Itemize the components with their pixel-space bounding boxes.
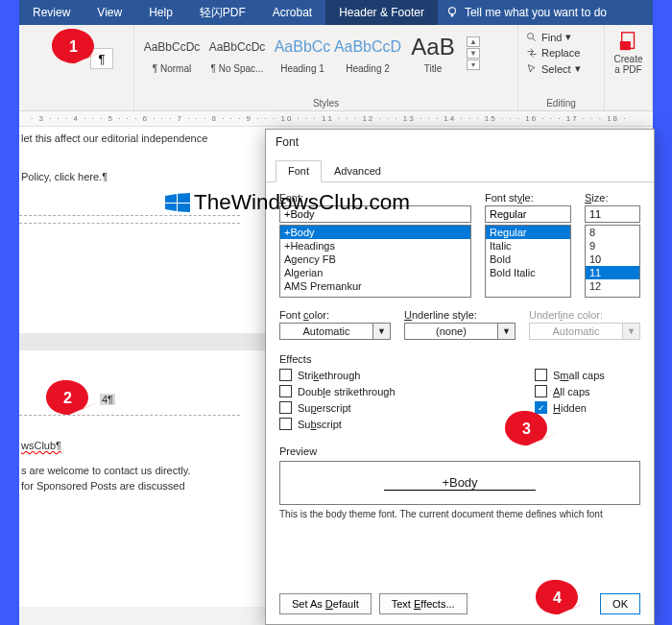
tab-advanced[interactable]: Advanced [322, 160, 394, 181]
svg-rect-1 [451, 14, 454, 17]
styles-gallery-toggle[interactable]: ▲▼▾ [467, 36, 480, 74]
list-item[interactable]: Bold [486, 252, 570, 266]
list-item[interactable]: AMS Premankur [280, 279, 470, 293]
list-item[interactable]: +Body [280, 226, 470, 239]
replace-button[interactable]: Replace [524, 45, 598, 60]
style-normal[interactable]: AaBbCcDc¶ Normal [140, 31, 204, 74]
underlinecolor-label: Underline color: [529, 309, 640, 321]
style-heading1[interactable]: AaBbCcHeading 1 [271, 31, 334, 74]
fontstyle-label: Font style: [485, 192, 571, 204]
fontcolor-dropdown[interactable]: Automatic▼ [279, 323, 391, 340]
dialog-tabs: Font Advanced [266, 160, 654, 182]
callout-1: 1 [52, 29, 119, 71]
doc-line: let this affect our editorial independen… [21, 132, 207, 144]
callout-3: 3 [505, 411, 572, 453]
search-icon [526, 32, 538, 43]
tab-help[interactable]: Help [135, 0, 186, 25]
font-listbox[interactable]: +Body +Headings Agency FB Algerian AMS P… [279, 225, 471, 298]
list-item[interactable]: 10 [586, 252, 639, 266]
tell-me-label: Tell me what you want to do [465, 6, 607, 19]
underlinestyle-label: Underline style: [404, 309, 516, 321]
style-title[interactable]: AaBTitle [401, 31, 465, 74]
tab-view[interactable]: View [84, 0, 135, 25]
style-nospacing[interactable]: AaBbCcDc¶ No Spac... [205, 31, 269, 74]
style-heading2[interactable]: AaBbCcDHeading 2 [336, 31, 399, 74]
size-input[interactable] [585, 205, 640, 223]
fontcolor-label: Font color: [279, 309, 391, 321]
superscript-checkbox[interactable]: Superscript [279, 399, 535, 416]
doc-line: for Sponsored Posts are discussed [21, 480, 185, 492]
adobe-group: Create a PDF [605, 25, 653, 110]
dialog-title: Font [266, 130, 654, 155]
list-item[interactable]: +Headings [280, 239, 470, 252]
svg-text:4: 4 [553, 589, 562, 606]
tell-me[interactable]: Tell me what you want to do [438, 6, 614, 19]
list-item[interactable]: Algerian [280, 266, 470, 279]
list-item[interactable]: 9 [586, 239, 639, 252]
svg-text:2: 2 [63, 390, 72, 406]
svg-point-2 [528, 33, 534, 38]
effects-label: Effects [279, 353, 640, 365]
list-item[interactable]: Agency FB [280, 252, 470, 266]
callout-2: 2 [46, 380, 113, 422]
svg-line-3 [533, 37, 536, 40]
callout-4: 4 [536, 580, 603, 622]
list-item[interactable]: 8 [586, 226, 639, 239]
watermark: TheWindowsClub.com [165, 190, 410, 215]
tab-font[interactable]: Font [276, 160, 322, 182]
chevron-down-icon: ▼ [498, 323, 516, 340]
underlinestyle-dropdown[interactable]: (none)▼ [404, 323, 516, 340]
ruler[interactable]: · 3 · · · 4 · · · 5 · · · 6 · · · 7 · · … [19, 111, 653, 127]
editing-label: Editing [518, 98, 604, 108]
lightbulb-icon [445, 6, 459, 19]
fontstyle-input[interactable] [485, 205, 571, 223]
tab-pdf[interactable]: 轻闪PDF [186, 0, 259, 25]
ok-button[interactable]: OK [600, 593, 640, 614]
tab-header-footer[interactable]: Header & Footer [325, 0, 438, 25]
tab-acrobat[interactable]: Acrobat [259, 0, 325, 25]
adobe-pdf-label: a PDF [611, 64, 646, 75]
allcaps-checkbox[interactable]: All caps [535, 383, 640, 399]
doc-line: Policy, click here.¶ [21, 171, 108, 182]
fontstyle-listbox[interactable]: Regular Italic Bold Bold Italic [485, 225, 571, 298]
ribbon-tabs: Review View Help 轻闪PDF Acrobat Header & … [19, 0, 653, 25]
size-listbox[interactable]: 8 9 10 11 12 [585, 225, 640, 298]
strikethrough-checkbox[interactable]: Strikethrough [279, 367, 535, 383]
text-effects-button[interactable]: Text Effects... [379, 593, 468, 614]
svg-rect-5 [619, 41, 630, 50]
doc-line: wsClub¶ [21, 440, 61, 451]
doc-line: s are welcome to contact us directly. [21, 465, 190, 476]
replace-icon [526, 47, 538, 59]
adobe-create-label: Create [611, 54, 646, 64]
list-item[interactable]: Bold Italic [486, 266, 570, 279]
list-item[interactable]: 11 [586, 266, 639, 279]
styles-group: AaBbCcDc¶ Normal AaBbCcDc¶ No Spac... Aa… [134, 25, 518, 110]
svg-point-0 [448, 8, 455, 14]
svg-text:1: 1 [69, 38, 78, 55]
watermark-text: TheWindowsClub.com [194, 190, 410, 215]
chevron-down-icon: ▼ [373, 323, 391, 340]
find-button[interactable]: Find ▾ [524, 29, 598, 45]
windows-logo-icon [165, 193, 190, 212]
underlinecolor-dropdown: Automatic▼ [529, 323, 640, 340]
list-item[interactable]: Italic [486, 239, 570, 252]
cursor-icon [526, 63, 538, 75]
create-pdf-icon[interactable] [618, 31, 639, 52]
list-item[interactable]: Regular [486, 226, 570, 239]
subscript-checkbox[interactable]: Subscript [279, 416, 535, 432]
chevron-down-icon: ▼ [623, 323, 640, 340]
svg-text:3: 3 [522, 421, 531, 437]
preview-label: Preview [279, 445, 640, 457]
preview-box: +Body [279, 461, 640, 505]
preview-desc: This is the body theme font. The current… [279, 509, 640, 519]
styles-label: Styles [134, 98, 517, 108]
set-default-button[interactable]: Set As Default [279, 593, 372, 614]
select-button[interactable]: Select ▾ [524, 60, 598, 77]
smallcaps-checkbox[interactable]: Small caps [535, 367, 640, 383]
double-strikethrough-checkbox[interactable]: Double strikethrough [279, 383, 535, 399]
size-label: Size: [585, 192, 640, 204]
editing-group: Find ▾ Replace Select ▾ Editing [518, 25, 605, 110]
list-item[interactable]: 12 [586, 279, 639, 293]
tab-review[interactable]: Review [19, 0, 84, 25]
